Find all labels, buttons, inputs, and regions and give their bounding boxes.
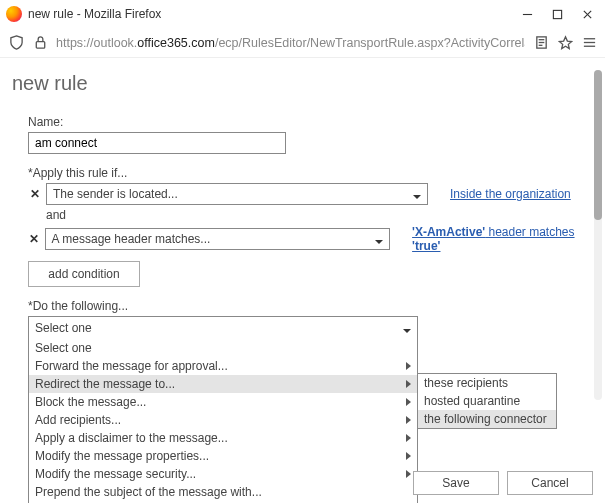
condition-1-text: The sender is located...: [53, 187, 178, 201]
name-input[interactable]: [28, 132, 286, 154]
url-sub: outlook.: [94, 36, 138, 50]
do-following-label: *Do the following...: [28, 299, 587, 313]
url-host: office365.com: [137, 36, 215, 50]
condition-2-text: A message header matches...: [52, 232, 211, 246]
window-title: new rule - Mozilla Firefox: [28, 7, 161, 21]
remove-condition-button[interactable]: ✕: [28, 232, 41, 246]
action-submenu: these recipientshosted quarantinethe fol…: [417, 373, 557, 429]
cond2-val: 'true': [412, 239, 440, 253]
action-option[interactable]: Modify the message security...: [29, 465, 417, 483]
reader-icon[interactable]: [533, 35, 549, 51]
url-bar[interactable]: https://outlook.office365.com/ecp/RulesE…: [56, 36, 525, 50]
chevron-down-icon: [375, 235, 383, 249]
scrollbar-thumb[interactable]: [594, 70, 602, 220]
action-option[interactable]: Apply a disclaimer to the message...: [29, 429, 417, 447]
chevron-down-icon: [413, 190, 421, 204]
shield-icon[interactable]: [8, 35, 24, 51]
name-label: Name:: [28, 115, 587, 129]
cond2-header: 'X-AmActive': [412, 225, 485, 239]
action-selected-text: Select one: [35, 321, 92, 335]
cond2-mid: header matches: [485, 225, 574, 239]
chevron-down-icon: [403, 324, 411, 338]
action-dropdown[interactable]: Select one Select oneForward the message…: [28, 316, 418, 503]
action-submenu-option[interactable]: the following connector: [418, 410, 556, 428]
save-button[interactable]: Save: [413, 471, 499, 495]
remove-condition-button[interactable]: ✕: [28, 187, 42, 201]
action-option[interactable]: Modify the message properties...: [29, 447, 417, 465]
firefox-icon: [6, 6, 22, 22]
browser-toolbar: https://outlook.office365.com/ecp/RulesE…: [0, 28, 605, 58]
url-scheme: https://: [56, 36, 94, 50]
page-title: new rule: [12, 72, 587, 95]
condition-1-dropdown[interactable]: The sender is located...: [46, 183, 428, 205]
action-option[interactable]: Select one: [29, 339, 417, 357]
window-maximize-button[interactable]: [551, 8, 563, 20]
action-option[interactable]: Forward the message for approval...: [29, 357, 417, 375]
action-submenu-option[interactable]: hosted quarantine: [418, 392, 556, 410]
window-titlebar: new rule - Mozilla Firefox: [0, 0, 605, 28]
action-option[interactable]: Redirect the message to...: [29, 375, 417, 393]
scrollbar[interactable]: [594, 70, 602, 400]
cancel-button[interactable]: Cancel: [507, 471, 593, 495]
lock-icon[interactable]: [32, 35, 48, 51]
hamburger-menu-icon[interactable]: [581, 35, 597, 51]
action-submenu-option[interactable]: these recipients: [418, 374, 556, 392]
action-dropdown-list: Select oneForward the message for approv…: [29, 339, 417, 503]
action-option[interactable]: Block the message...: [29, 393, 417, 411]
apply-rule-label: *Apply this rule if...: [28, 166, 587, 180]
url-path: /ecp/RulesEditor/NewTransportRule.aspx?A…: [215, 36, 525, 50]
bookmark-icon[interactable]: [557, 35, 573, 51]
svg-rect-1: [553, 10, 561, 18]
svg-rect-4: [36, 42, 44, 49]
window-close-button[interactable]: [581, 8, 593, 20]
condition-2-value-link[interactable]: 'X-AmActive' header matches 'true': [412, 225, 587, 253]
and-text: and: [46, 208, 587, 222]
action-option[interactable]: Prepend the subject of the message with.…: [29, 483, 417, 501]
action-option[interactable]: Add recipients...: [29, 411, 417, 429]
condition-1-value-link[interactable]: Inside the organization: [450, 187, 571, 201]
dialog-footer: Save Cancel: [413, 471, 593, 495]
action-dropdown-selected[interactable]: Select one: [29, 317, 417, 339]
window-minimize-button[interactable]: [521, 8, 533, 20]
add-condition-button[interactable]: add condition: [28, 261, 140, 287]
condition-2-dropdown[interactable]: A message header matches...: [45, 228, 390, 250]
